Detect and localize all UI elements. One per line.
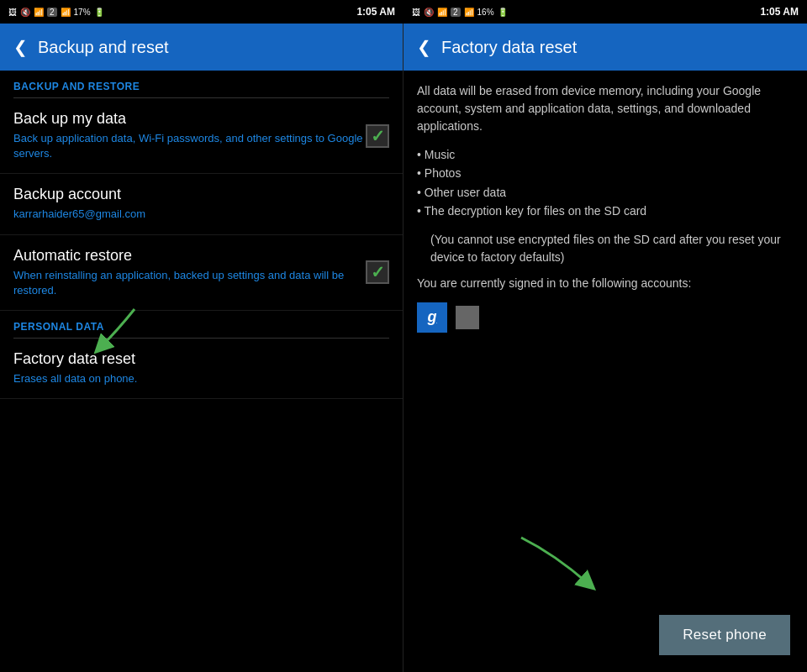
- battery-icon-right: 🔋: [498, 8, 508, 17]
- back-up-data-item[interactable]: Back up my data Back up application data…: [0, 98, 403, 174]
- battery-left: 17%: [74, 8, 91, 17]
- back-arrow-right[interactable]: ❮: [417, 37, 431, 57]
- reset-phone-button[interactable]: Reset phone: [659, 615, 790, 655]
- battery-right: 16%: [477, 8, 494, 17]
- status-bar-right: 🖼 🔇 📶 2 📶 16% 🔋 1:05 AM: [404, 0, 807, 24]
- factory-reset-title: Factory data reset: [13, 350, 389, 368]
- auto-restore-title: Automatic restore: [13, 247, 389, 265]
- wifi-icon-r: 📶: [437, 8, 447, 17]
- screenshot-icon: 🖼: [412, 8, 420, 17]
- right-status-icons: 🖼 🔇 📶 2 📶 16% 🔋: [412, 8, 508, 17]
- back-up-data-title: Back up my data: [13, 110, 389, 128]
- right-panel: ❮ Factory data reset All data will be er…: [404, 24, 807, 672]
- right-content-area: All data will be erased from device memo…: [404, 71, 807, 672]
- backup-account-item[interactable]: Backup account karrarhaider65@gmail.com: [0, 174, 403, 234]
- google-account-icon: g: [417, 302, 447, 333]
- status-bar: 🖼 🔇 📶 2 📶 17% 🔋 1:05 AM 🖼 🔇 📶 2 📶 16% 🔋 …: [0, 0, 807, 24]
- right-header-title: Factory data reset: [441, 38, 577, 57]
- backup-section-label: BACKUP AND RESTORE: [0, 71, 403, 97]
- backup-checkbox[interactable]: ✓: [366, 124, 389, 148]
- signal-icon-r: 📶: [464, 8, 474, 17]
- backup-account-title: Backup account: [13, 186, 389, 203]
- signed-in-text: You are currently signed in to the follo…: [417, 275, 794, 292]
- time-right: 1:05 AM: [760, 6, 799, 18]
- backup-checkmark: ✓: [371, 126, 385, 146]
- time-left: 1:05 AM: [356, 6, 395, 18]
- network-badge: 2: [47, 8, 57, 17]
- restore-checkmark: ✓: [371, 262, 385, 282]
- signal-icon: 📶: [61, 8, 71, 17]
- status-bar-left: 🖼 🔇 📶 2 📶 17% 🔋 1:05 AM: [0, 0, 404, 24]
- personal-section-label: PERSONAL DATA: [0, 311, 403, 338]
- factory-reset-item[interactable]: Factory data reset Erases all data on ph…: [0, 339, 403, 399]
- factory-reset-subtitle: Erases all data on phone.: [13, 371, 389, 386]
- notification-icon: 🖼: [8, 8, 17, 17]
- back-up-data-subtitle: Back up application data, Wi-Fi password…: [13, 131, 389, 161]
- back-arrow-left[interactable]: ❮: [13, 37, 28, 57]
- factory-reset-description: All data will be erased from device memo…: [417, 82, 794, 135]
- left-header: ❮ Backup and reset: [0, 24, 403, 71]
- secondary-account-icon: [456, 306, 479, 329]
- left-header-title: Backup and reset: [38, 38, 169, 57]
- data-list: Music Photos Other user data The decrypt…: [417, 145, 794, 221]
- mute-icon-r: 🔇: [424, 8, 434, 17]
- auto-restore-item[interactable]: Automatic restore When reinstalling an a…: [0, 235, 403, 311]
- auto-restore-subtitle: When reinstalling an application, backed…: [13, 268, 389, 298]
- right-header: ❮ Factory data reset: [404, 24, 807, 71]
- list-item-user-data: Other user data: [417, 183, 794, 202]
- list-item-music: Music: [417, 145, 794, 164]
- network-badge-r: 2: [451, 8, 461, 17]
- battery-icon-left: 🔋: [94, 8, 104, 17]
- list-item-photos: Photos: [417, 164, 794, 182]
- sd-card-note: (You cannot use encrypted files on the S…: [417, 231, 794, 266]
- backup-account-subtitle: karrarhaider65@gmail.com: [13, 207, 389, 222]
- mute-icon: 🔇: [20, 8, 30, 17]
- accounts-row: g: [417, 302, 794, 333]
- list-item-decryption: The decryption key for files on the SD c…: [417, 202, 794, 220]
- arrow-to-factory: [84, 305, 168, 355]
- main-panels: ❮ Backup and reset BACKUP AND RESTORE Ba…: [0, 24, 807, 672]
- wifi-icon: 📶: [34, 8, 44, 17]
- left-status-icons: 🖼 🔇 📶 2 📶 17% 🔋: [8, 8, 104, 17]
- restore-checkbox[interactable]: ✓: [366, 260, 389, 284]
- left-panel: ❮ Backup and reset BACKUP AND RESTORE Ba…: [0, 24, 404, 672]
- arrow-to-reset: [504, 529, 605, 596]
